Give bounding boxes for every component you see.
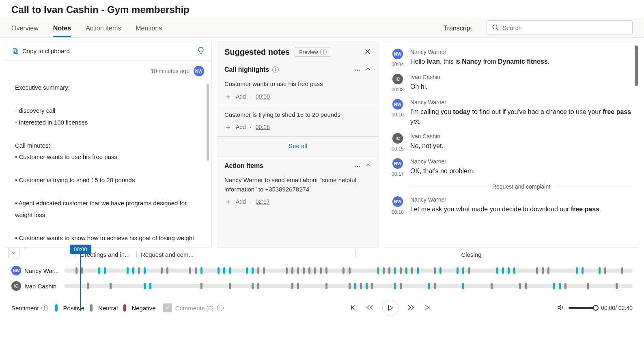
tab-bar: Overview Notes Action items Mentions Tra… (0, 18, 644, 38)
avatar-nw: NW (11, 266, 21, 275)
speaker-name: Ivan Cashin (410, 133, 632, 140)
svg-marker-7 (388, 305, 393, 310)
avatar: NW (392, 196, 403, 207)
transcript-text: Hello Ivan, this is Nancy from Dynamic f… (410, 57, 632, 67)
notes-panel: Copy to clipboard 10 minutes ago NW Exec… (5, 41, 212, 248)
preview-badge[interactable]: Preview i (295, 47, 331, 57)
suggested-notes-panel: Suggested notes Preview i Call highlight… (217, 41, 379, 248)
transcript-time: 00:18 (392, 209, 404, 215)
rewind-button[interactable] (366, 304, 373, 312)
transcript-time: 00:15 (392, 146, 404, 152)
avatar: NW (392, 158, 403, 169)
forward-button[interactable] (407, 304, 415, 312)
svg-line-1 (496, 28, 498, 30)
avatar: IC (392, 133, 403, 144)
footer: Sentiment i Positive Neutral Negative ✓ … (0, 291, 644, 321)
transcript-row[interactable]: IC00:15 Ivan CashinNo, not yet. (392, 130, 636, 155)
tab-overview[interactable]: Overview (11, 18, 39, 37)
transcript-row[interactable]: IC00:08 Ivan CashinOh hi. (392, 71, 636, 96)
transcript-text: OK, that's no problem. (410, 166, 632, 176)
highlight-item: Customer is trying to shed 15 to 20 poun… (217, 106, 379, 137)
tab-notes[interactable]: Notes (53, 18, 71, 37)
player-controls (350, 300, 431, 316)
search-box[interactable] (487, 20, 633, 35)
transcript-row[interactable]: NW00:17 Nancy WarnerOK, that's no proble… (392, 155, 636, 180)
search-input[interactable] (502, 24, 627, 31)
current-time: 00:00 (601, 305, 615, 311)
info-icon[interactable]: i (272, 67, 279, 73)
highlight-timestamp[interactable]: 00:00 (256, 93, 270, 100)
info-icon: i (320, 49, 327, 55)
speaker-name: Nancy Warner (410, 158, 632, 165)
notes-scrollbar[interactable] (207, 84, 209, 161)
expand-toggle[interactable] (8, 247, 19, 258)
svg-rect-3 (13, 49, 17, 52)
swatch-positive (55, 304, 58, 312)
avatar: NW (392, 99, 403, 110)
speaker-track-ivan[interactable] (64, 284, 633, 288)
notes-author-avatar: NW (194, 66, 204, 76)
avatar-ic: IC (11, 281, 21, 291)
notes-timestamp: 10 minutes ago (151, 68, 190, 74)
sentiment-label: Sentiment i (11, 305, 48, 312)
transcript-row[interactable]: NW00:10 Nancy WarnerI'm calling you toda… (392, 96, 636, 130)
comments-toggle[interactable]: ✓ Comments (0) i (163, 303, 224, 312)
timeline: 00:00 Greetings and in... Request and co… (0, 249, 644, 291)
transcript-text: I'm calling you today to find out if you… (410, 107, 632, 127)
transcript-row[interactable]: NW00:18 Nancy WarnerLet me ask you what … (392, 193, 636, 218)
suggested-notes-title: Suggested notes (224, 47, 290, 57)
action-more-button[interactable]: ⋯ (354, 162, 362, 170)
transcript-scrollbar[interactable] (635, 45, 638, 86)
highlight-timestamp[interactable]: 00:18 (256, 124, 270, 130)
speaker-row-nancy: NWNancy War... (11, 266, 633, 275)
close-suggested-button[interactable] (364, 48, 371, 56)
speaker-track-nancy[interactable] (64, 269, 633, 273)
transcript-text: Let me ask you what made you decide to d… (410, 204, 632, 214)
tab-action-items[interactable]: Action items (86, 18, 121, 37)
see-all-link[interactable]: See all (217, 137, 379, 157)
volume-icon[interactable] (557, 304, 564, 312)
chevron-up-icon[interactable] (365, 162, 371, 170)
svg-marker-9 (558, 305, 561, 310)
call-highlights-title: Call highlights (224, 66, 269, 73)
notes-body: Executive summary: - discovery call - In… (5, 80, 211, 247)
transcript-divider: Request and complaint (392, 180, 636, 193)
highlight-item: Customer wants to use his free pass ＋ Ad… (217, 75, 379, 106)
chevron-up-icon[interactable] (365, 66, 371, 74)
skip-start-button[interactable] (350, 304, 357, 312)
duration: 02:40 (618, 305, 633, 311)
volume-slider[interactable] (569, 307, 597, 309)
swatch-negative (123, 304, 126, 312)
svg-rect-2 (14, 50, 18, 54)
play-button[interactable] (382, 300, 398, 316)
skip-end-button[interactable] (424, 304, 431, 312)
check-icon: ✓ (163, 303, 172, 312)
speaker-name: Nancy Warner (410, 196, 632, 203)
speaker-name: Nancy Warner (410, 49, 632, 55)
info-icon: i (217, 305, 224, 311)
add-highlight-button[interactable]: ＋ (224, 93, 232, 100)
svg-point-0 (493, 25, 497, 29)
transcript-text: Oh hi. (410, 82, 632, 92)
lightbulb-icon[interactable] (197, 46, 205, 56)
page-title: Call to Ivan Cashin - Gym membership (0, 0, 644, 18)
segment-closing[interactable]: Closing (355, 251, 583, 258)
action-items-title: Action items (224, 162, 263, 170)
transcript-row[interactable]: NW00:04 Nancy WarnerHello Ivan, this is … (392, 45, 636, 71)
avatar: IC (392, 74, 403, 84)
chevron-down-icon (11, 249, 17, 256)
action-timestamp[interactable]: 02:17 (256, 198, 270, 205)
playhead-marker[interactable]: 00:00 (70, 245, 91, 311)
tab-mentions[interactable]: Mentions (136, 18, 162, 37)
transcript-time: 00:17 (392, 171, 404, 177)
copy-to-clipboard-button[interactable]: Copy to clipboard (12, 47, 70, 55)
add-action-button[interactable]: ＋ (224, 198, 232, 205)
speaker-name: Nancy Warner (410, 99, 632, 105)
segment-request[interactable]: Request and com... (136, 251, 355, 258)
highlights-more-button[interactable]: ⋯ (354, 66, 362, 74)
avatar: NW (392, 49, 403, 59)
info-icon[interactable]: i (41, 305, 48, 311)
add-highlight-button[interactable]: ＋ (224, 123, 232, 131)
search-icon (492, 24, 499, 31)
speaker-name: Ivan Cashin (410, 74, 632, 80)
